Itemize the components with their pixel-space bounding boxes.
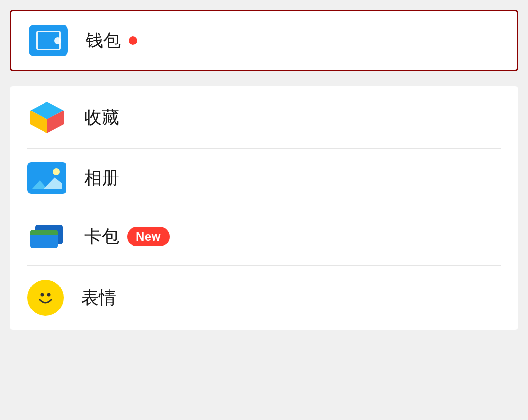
album-label: 相册 xyxy=(84,166,119,190)
cardpack-label: 卡包 xyxy=(84,225,119,249)
favorites-item[interactable]: 收藏 xyxy=(10,86,518,149)
emoji-label: 表情 xyxy=(81,286,116,310)
wallet-icon xyxy=(29,25,68,56)
wallet-label: 钱包 xyxy=(86,29,121,53)
cardpack-item[interactable]: 卡包 New xyxy=(10,207,518,266)
svg-point-8 xyxy=(47,293,51,297)
new-badge: New xyxy=(127,227,170,246)
album-icon xyxy=(27,162,66,194)
svg-rect-6 xyxy=(30,232,58,235)
notification-dot xyxy=(129,36,137,45)
svg-point-7 xyxy=(41,293,44,297)
favorites-label: 收藏 xyxy=(84,106,119,130)
cube-icon xyxy=(27,100,66,135)
wallet-item[interactable]: 钱包 xyxy=(10,10,518,71)
page-container: 钱包 收藏 相册 xyxy=(0,0,528,420)
emoji-item[interactable]: 表情 xyxy=(10,266,518,330)
cardpack-icon xyxy=(27,221,66,252)
cardpack-row: 卡包 New xyxy=(84,225,170,249)
album-item[interactable]: 相册 xyxy=(10,149,518,207)
menu-list: 收藏 相册 卡包 xyxy=(10,86,518,330)
emoji-icon xyxy=(27,280,64,316)
